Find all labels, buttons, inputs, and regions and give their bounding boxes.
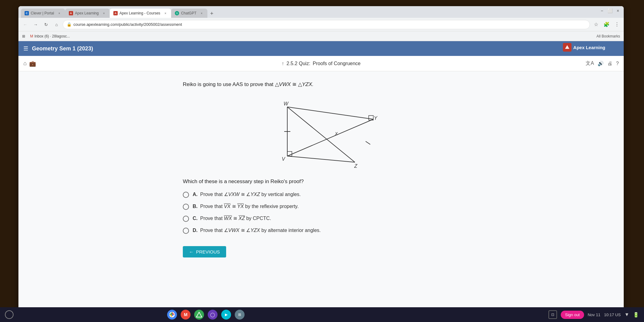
files-symbol: ⊞: [238, 312, 241, 317]
choice-c-radio[interactable]: [183, 216, 189, 222]
quiz-title: ↑ 2.5.2 Quiz: Proofs of Congruence: [281, 61, 360, 66]
taskbar-circle[interactable]: [5, 310, 14, 319]
apex-logo: [563, 43, 571, 52]
purple-icon[interactable]: ◯: [208, 310, 218, 320]
sub-question-text: Which of these is a necessary step in Re…: [183, 178, 459, 186]
sub-nav: ⌂ 💼 ↑ 2.5.2 Quiz: Proofs of Congruence A…: [18, 56, 624, 71]
signout-button[interactable]: Sign out: [561, 311, 584, 319]
choice-c[interactable]: C. Prove that WX ≅ XZ by CPCTC.: [183, 215, 459, 222]
svg-text:Z: Z: [354, 163, 358, 168]
extensions-button[interactable]: 🧩: [602, 20, 611, 29]
taskbar: M ◯ ▶ ⊞ ⊡ Sign out Nov 11 10:17 US ▼ 🔋: [0, 307, 644, 322]
more-button[interactable]: ⋮: [613, 20, 621, 29]
lock-icon: 🔒: [67, 22, 72, 27]
purple-symbol: ◯: [210, 312, 215, 317]
taskbar-icons: M ◯ ▶ ⊞: [167, 310, 245, 320]
choice-a-label: A.: [193, 192, 198, 197]
quiz-title-text: Proofs of Congruence: [313, 61, 361, 66]
screenshot-icon[interactable]: ⊡: [548, 310, 557, 319]
apex-logo-icon: [564, 45, 570, 50]
tab-chatgpt-close[interactable]: ×: [199, 11, 204, 15]
hamburger-icon[interactable]: ☰: [23, 45, 28, 52]
window-controls: − ⬜ ×: [599, 7, 621, 14]
address-bar[interactable]: 🔒 course.apexlearning.com/public/activit…: [63, 20, 590, 29]
choice-d-radio[interactable]: [183, 228, 189, 234]
content-area: Reiko is going to use AAS to prove that …: [18, 71, 624, 313]
prev-arrow: ←: [189, 249, 194, 254]
right-icons: 文A 🔊 🖨 ?: [586, 60, 619, 67]
choice-a-text: Prove that ∠VXW ≅ ∠YXZ by vertical angle…: [200, 192, 300, 197]
bookmark-star[interactable]: ☆: [592, 20, 600, 29]
speaker-icon[interactable]: 🔊: [598, 61, 604, 66]
apex-brand-text: Apex Learning: [573, 45, 605, 50]
wifi-icon: ▼: [624, 312, 629, 317]
question-container: Reiko is going to use AAS to prove that …: [183, 80, 459, 257]
new-tab-button[interactable]: +: [207, 9, 216, 18]
drive-svg: [196, 312, 202, 317]
reload-button[interactable]: ↻: [42, 20, 50, 29]
choice-a[interactable]: A. Prove that ∠VXW ≅ ∠YXZ by vertical an…: [183, 191, 459, 198]
tab-apex1-label: Apex Learning: [75, 11, 99, 15]
choice-b-radio[interactable]: [183, 204, 189, 210]
apps-icon: ⊞: [22, 34, 25, 38]
home-icon[interactable]: ⌂: [23, 60, 27, 67]
geometry-diagram: W V X Y Z: [257, 95, 386, 168]
bookmark-apps[interactable]: ⊞: [22, 34, 25, 38]
tab-chatgpt-label: ChatGPT: [181, 11, 196, 15]
tab-apex1[interactable]: A Apex Learning ×: [65, 9, 110, 18]
files-icon[interactable]: ⊞: [235, 310, 245, 320]
meet-symbol: ▶: [225, 312, 228, 317]
previous-button[interactable]: ← PREVIOUS: [183, 246, 226, 257]
tab-apex-courses[interactable]: A Apex Learning - Courses ×: [110, 9, 171, 18]
svg-line-4: [287, 119, 373, 156]
prev-label: PREVIOUS: [196, 249, 220, 254]
gmail-m: M: [184, 312, 188, 317]
choice-b-label: B.: [193, 204, 198, 209]
help-icon[interactable]: ?: [616, 61, 619, 66]
bookmark-inbox[interactable]: M Inbox (6) · 28lagosc...: [30, 34, 70, 38]
course-nav: ☰ Geometry Sem 1 (2023): [18, 41, 624, 56]
briefcase-icon[interactable]: 💼: [29, 60, 36, 67]
tab-bar: C Clever | Portal × A Apex Learning × A …: [18, 6, 624, 18]
battery-icon: 🔋: [633, 312, 639, 318]
choice-d[interactable]: D. Prove that ∠VWX ≅ ∠YZX by alternate i…: [183, 227, 459, 234]
taskbar-date: Nov 11: [588, 312, 600, 317]
choice-d-label: D.: [193, 228, 198, 233]
screenshot-symbol: ⊡: [551, 312, 554, 317]
maximize-button[interactable]: ⬜: [607, 7, 613, 14]
tab-apex1-close[interactable]: ×: [102, 11, 106, 15]
tab-clever[interactable]: C Clever | Portal ×: [21, 9, 65, 18]
forward-button[interactable]: →: [31, 20, 40, 29]
address-bar-row: ← → ↻ ⌂ 🔒 course.apexlearning.com/public…: [18, 18, 624, 31]
answer-choices: A. Prove that ∠VXW ≅ ∠YXZ by vertical an…: [183, 191, 459, 234]
minimize-button[interactable]: −: [599, 7, 605, 14]
tab-apex-courses-close[interactable]: ×: [163, 11, 168, 15]
diagram-container: W V X Y Z: [183, 95, 459, 168]
apex-courses-favicon: A: [113, 11, 118, 15]
apex-branding: Apex Learning: [563, 43, 605, 52]
choice-d-text: Prove that ∠VWX ≅ ∠YZX by alternate inte…: [200, 228, 320, 233]
choice-b-text: Prove that VX ≅ YX by the reflexive prop…: [200, 204, 298, 209]
drive-icon[interactable]: [194, 310, 204, 320]
all-bookmarks-label: All Bookmarks: [596, 34, 620, 38]
home-nav-button[interactable]: ⌂: [52, 20, 61, 29]
choice-b[interactable]: B. Prove that VX ≅ YX by the reflexive p…: [183, 203, 459, 210]
chrome-icon[interactable]: [167, 310, 177, 320]
tab-chatgpt[interactable]: G ChatGPT ×: [171, 9, 207, 18]
gmail-icon[interactable]: M: [181, 310, 190, 320]
choice-a-radio[interactable]: [183, 192, 189, 198]
close-button[interactable]: ×: [615, 7, 621, 14]
taskbar-right: ⊡ Sign out Nov 11 10:17 US ▼ 🔋: [548, 310, 639, 319]
course-title: Geometry Sem 1 (2023): [32, 45, 93, 52]
meet-icon[interactable]: ▶: [221, 310, 231, 320]
bookmark-inbox-label: Inbox (6) · 28lagosc...: [34, 34, 70, 38]
svg-marker-17: [196, 312, 202, 317]
tab-clever-close[interactable]: ×: [57, 11, 61, 15]
translate-icon[interactable]: 文A: [586, 60, 594, 67]
chrome-svg: [169, 312, 175, 318]
tab-clever-label: Clever | Portal: [31, 11, 54, 15]
svg-text:W: W: [284, 101, 289, 106]
svg-text:Y: Y: [374, 116, 378, 121]
print-icon[interactable]: 🖨: [607, 61, 612, 66]
back-button[interactable]: ←: [21, 20, 29, 29]
